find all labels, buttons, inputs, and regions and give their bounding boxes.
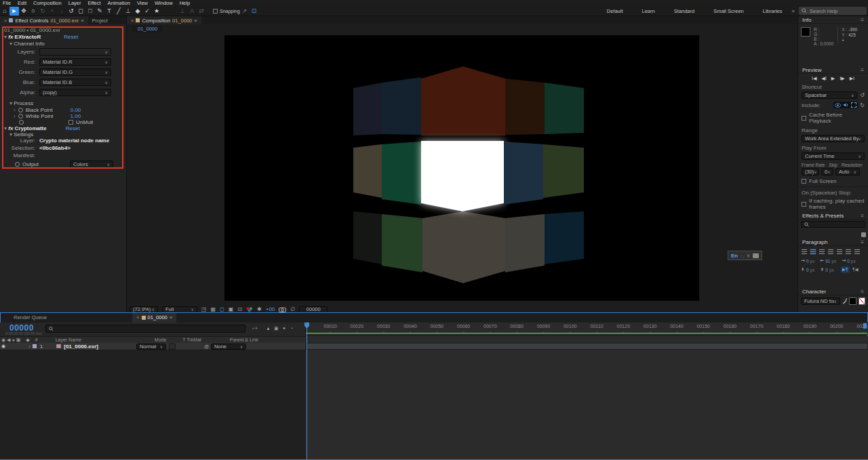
dolly-camera-tool-icon[interactable]: ↓: [57, 7, 66, 16]
menu-layer[interactable]: Layer: [68, 0, 81, 6]
red-dropdown[interactable]: Material ID.R∨: [39, 58, 111, 66]
text-direction-ltr-button[interactable]: ▶¶: [841, 266, 850, 273]
shortcut-dropdown[interactable]: Spacebar∨: [802, 91, 857, 99]
menu-file[interactable]: File: [3, 0, 11, 6]
panel-menu-icon[interactable]: ≡: [861, 239, 864, 245]
close-icon[interactable]: ×: [131, 18, 134, 24]
stroke-color-swatch[interactable]: [859, 297, 865, 305]
grid-options-icon[interactable]: ⊡: [250, 7, 259, 16]
frame-blending-icon[interactable]: ✦: [282, 326, 286, 331]
reset-preview-icon[interactable]: ↺: [860, 92, 865, 98]
eyedropper-icon[interactable]: [842, 298, 847, 304]
workspace-small-screen[interactable]: Small Screen: [713, 8, 744, 14]
align-center-button[interactable]: [810, 249, 816, 255]
fill-color-swatch[interactable]: [849, 297, 856, 305]
shear-icon[interactable]: ↗: [240, 7, 250, 16]
panel-menu-icon[interactable]: ≡: [194, 18, 197, 24]
channel-info-group[interactable]: ▾ Channel Info: [9, 41, 45, 47]
include-video-icon[interactable]: [835, 103, 841, 108]
tab-render-queue[interactable]: Render Queue: [9, 312, 51, 322]
brush-tool-icon[interactable]: ╱: [114, 7, 123, 16]
black-point-value[interactable]: 0.00: [71, 107, 81, 113]
cryptomatte-reset-button[interactable]: Reset: [66, 125, 80, 131]
snapping-checkbox[interactable]: [213, 9, 218, 14]
menu-animation[interactable]: Animation: [108, 0, 130, 6]
indent-left-value[interactable]: 0: [806, 259, 809, 264]
resolution-gear-icon[interactable]: ✱: [257, 306, 262, 312]
label-column-icon[interactable]: ◆: [26, 337, 29, 343]
rectangle-tool-icon[interactable]: □: [85, 7, 95, 16]
solo-column-icon[interactable]: ●: [12, 337, 15, 342]
zoom-tool-icon[interactable]: ○: [28, 7, 38, 16]
composition-viewport[interactable]: [224, 35, 699, 301]
layer-name-column[interactable]: Layer Name: [56, 337, 81, 342]
panel-menu-icon[interactable]: ≡: [861, 67, 864, 73]
tab-timeline-comp[interactable]: × 01_0000 ≡: [132, 312, 176, 322]
resolution-dropdown[interactable]: Full∨: [162, 306, 197, 313]
justify-all-button[interactable]: [854, 249, 861, 255]
menu-edit[interactable]: Edit: [18, 0, 26, 6]
panel-menu-icon[interactable]: ≡: [861, 213, 864, 219]
layer-list-empty-area[interactable]: [0, 350, 305, 459]
camera-tool-icon[interactable]: ◻: [76, 7, 85, 16]
output-dropdown[interactable]: Colors∨: [70, 161, 113, 168]
menu-help[interactable]: Help: [180, 0, 190, 6]
workspace-standard[interactable]: Standard: [674, 8, 694, 14]
resolution-preview-dropdown[interactable]: Auto∨: [835, 168, 860, 175]
trkmat-cell[interactable]: [169, 343, 176, 350]
hide-shy-layers-icon[interactable]: ▣: [274, 326, 279, 331]
mask-visibility-icon[interactable]: ◻: [220, 306, 224, 312]
layer-mode-dropdown[interactable]: Normal∨: [136, 343, 166, 350]
playhead-line[interactable]: [307, 322, 307, 459]
process-group[interactable]: ▾ Process: [9, 100, 33, 106]
expander-icon[interactable]: ›: [14, 107, 16, 113]
comp-timecode-field[interactable]: 00000: [299, 306, 328, 313]
show-snapshot-icon[interactable]: ∅: [290, 306, 295, 312]
panel-menu-icon[interactable]: ≡: [81, 18, 83, 24]
justify-last-center-button[interactable]: [836, 249, 843, 255]
orbit-camera-tool-icon[interactable]: ↻: [38, 7, 47, 16]
menu-composition[interactable]: Composition: [33, 0, 62, 6]
play-button[interactable]: ▶: [831, 76, 835, 81]
transparency-grid-icon[interactable]: ▦: [211, 306, 216, 312]
effect-cryptomatte-header[interactable]: ▾ fx Cryptomatte Reset: [4, 125, 122, 131]
eraser-tool-icon[interactable]: ◆: [133, 7, 142, 16]
draft-3d-icon[interactable]: ▲: [266, 326, 271, 331]
lock-column-icon[interactable]: ▣: [16, 337, 21, 343]
search-help-field[interactable]: Search Help: [799, 7, 867, 15]
tab-composition[interactable]: × Composition 01_0000 ≡: [127, 16, 201, 24]
layer-visibility-icon[interactable]: ◉: [1, 343, 5, 349]
indent-right-value[interactable]: 0: [847, 259, 850, 264]
magnification-dropdown[interactable]: (72.9%)∨: [130, 306, 158, 313]
stopwatch-icon[interactable]: [18, 108, 23, 112]
channel-select-icon[interactable]: [246, 307, 253, 312]
audio-column-icon[interactable]: ◀: [7, 337, 10, 343]
layer-parent-dropdown[interactable]: None∨: [211, 343, 246, 350]
range-dropdown[interactable]: Work Area Extended By Current...∨: [802, 135, 865, 142]
text-direction-rtl-button[interactable]: ¶◀: [851, 266, 860, 273]
guides-icon[interactable]: ▣: [229, 306, 234, 312]
pen-tool-icon[interactable]: ✎: [95, 7, 104, 16]
pan-camera-tool-icon[interactable]: +: [47, 7, 57, 16]
layer-label-color[interactable]: [33, 344, 37, 348]
composition-mini-flowchart-icon[interactable]: ⌐+: [252, 326, 258, 331]
axis-mode-icon[interactable]: ⊥: [178, 7, 187, 16]
effects-presets-search[interactable]: [801, 221, 865, 228]
track-area[interactable]: [306, 336, 868, 459]
stopwatch-icon[interactable]: [15, 162, 20, 167]
justify-last-left-button[interactable]: [827, 249, 834, 255]
stopwatch-icon[interactable]: [19, 120, 24, 125]
layer-row[interactable]: ◉ › 1 [01_0000.exr] Normal∨ @ None∨: [0, 343, 305, 350]
space-before-value[interactable]: 0: [806, 268, 809, 272]
layer-expander-icon[interactable]: ›: [28, 343, 31, 350]
loop-icon[interactable]: ↻: [860, 102, 865, 108]
hand-tool-icon[interactable]: ✥: [19, 7, 28, 16]
prev-frame-button[interactable]: ◀Ⅰ: [821, 76, 826, 81]
type-tool-icon[interactable]: T: [104, 7, 114, 16]
pixel-aspect-icon[interactable]: ⊡: [237, 306, 242, 312]
white-point-value[interactable]: 1.00: [71, 113, 81, 119]
cache-before-playback-checkbox[interactable]: [802, 116, 806, 121]
effect-extractor-header[interactable]: ▾ fx EXtractoR Reset: [4, 34, 122, 40]
parent-link-column[interactable]: Parent & Link: [230, 337, 258, 342]
layer-name[interactable]: [01_0000.exr]: [64, 343, 98, 350]
